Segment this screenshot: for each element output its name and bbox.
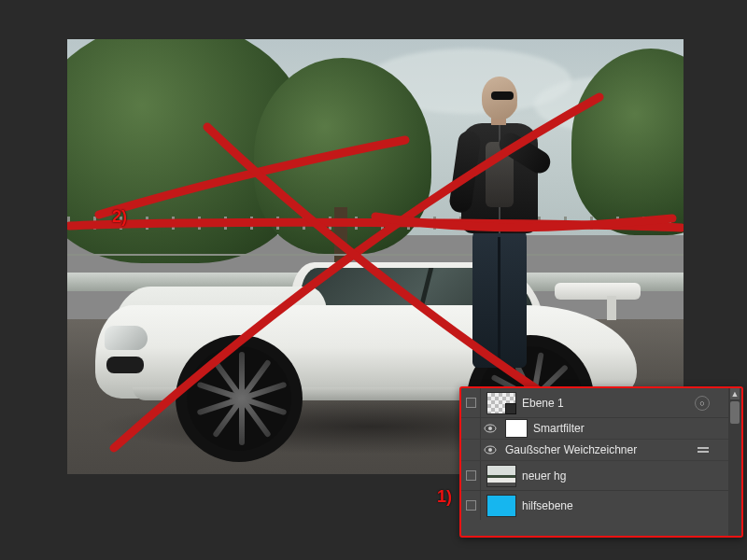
eye-icon <box>484 445 497 455</box>
layer-thumbnail[interactable] <box>486 495 516 517</box>
filter-name[interactable]: Gaußscher Weichzeichner <box>505 443 637 456</box>
layer-name[interactable]: hilfsebene <box>522 499 573 512</box>
annotation-2: 2) <box>112 207 127 227</box>
visibility-toggle[interactable] <box>481 418 500 439</box>
layer-smartfilter-row[interactable]: Smartfilter <box>461 418 728 440</box>
svg-point-3 <box>488 448 492 452</box>
filter-mask-thumbnail[interactable] <box>505 419 528 438</box>
filter-blend-options-icon[interactable] <box>697 445 710 455</box>
svg-rect-5 <box>698 451 709 453</box>
layer-row-ebene-1[interactable]: Ebene 1 ○ <box>461 388 728 418</box>
annotation-1: 1) <box>437 487 452 507</box>
fence <box>67 217 684 230</box>
smartfilter-label: Smartfilter <box>533 422 585 435</box>
layer-name[interactable]: neuer hg <box>522 469 566 483</box>
scroll-up-arrow-icon[interactable]: ▲ <box>730 388 740 399</box>
layer-style-badge-icon[interactable]: ○ <box>695 396 710 411</box>
eye-icon <box>484 424 497 433</box>
layer-row-hilfsebene[interactable]: hilfsebene <box>461 491 728 520</box>
layers-panel[interactable]: Ebene 1 ○ Smartfilter Gaußscher Weichzei… <box>459 386 743 538</box>
svg-rect-4 <box>698 447 709 449</box>
visibility-toggle[interactable] <box>481 440 500 460</box>
layer-row-neuer-hg[interactable]: neuer hg <box>461 461 728 491</box>
panel-scrollbar[interactable]: ▲ <box>728 388 741 536</box>
scroll-thumb[interactable] <box>730 401 740 424</box>
layer-name[interactable]: Ebene 1 <box>522 397 564 410</box>
layer-filter-row-gaussian[interactable]: Gaußscher Weichzeichner <box>461 440 728 461</box>
svg-point-1 <box>488 427 492 430</box>
layer-thumbnail[interactable] <box>486 465 516 487</box>
person <box>448 77 551 357</box>
visibility-toggle[interactable] <box>461 388 481 417</box>
layer-thumbnail[interactable] <box>486 392 516 414</box>
visibility-toggle[interactable] <box>461 461 481 490</box>
visibility-toggle[interactable] <box>461 491 481 520</box>
